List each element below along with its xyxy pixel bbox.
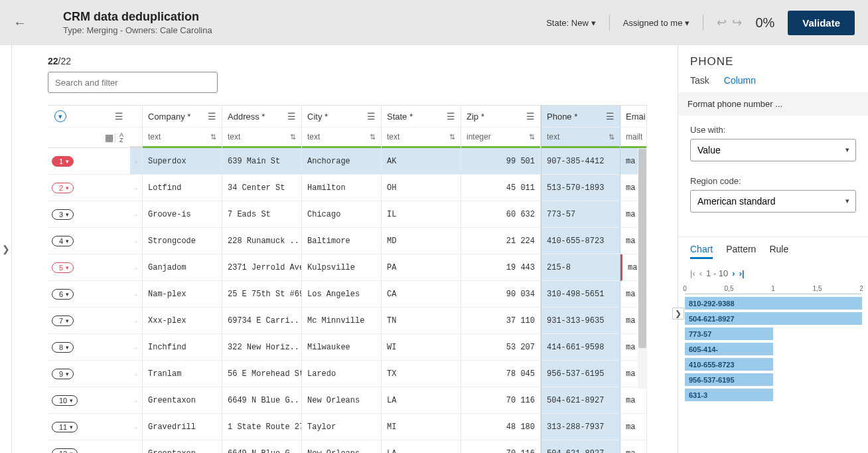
sort-icon[interactable]: ⇅ bbox=[609, 133, 615, 141]
cell-phone[interactable]: 504-621-8927 bbox=[542, 387, 620, 414]
cell-address[interactable]: 322 New Horiz... bbox=[222, 334, 301, 361]
sort-icon[interactable]: ⇅ bbox=[449, 133, 455, 141]
cell-company[interactable]: Groove-is bbox=[143, 201, 222, 228]
grid-icon[interactable]: ▦ bbox=[105, 132, 113, 143]
column-header[interactable]: State *☰text⇅ bbox=[382, 105, 461, 148]
redo-button[interactable]: ↪ bbox=[732, 15, 742, 30]
pager-last[interactable]: ›| bbox=[739, 268, 745, 278]
cell-city[interactable]: Anchorage bbox=[302, 148, 381, 175]
sort-icon[interactable]: ⇅ bbox=[529, 133, 535, 141]
cell-company[interactable]: Inchfind bbox=[143, 334, 222, 361]
cell-address[interactable]: 7 Eads St bbox=[222, 201, 301, 228]
cell-state[interactable]: TX bbox=[382, 361, 461, 387]
cell-company[interactable]: Xxx-plex bbox=[143, 308, 222, 334]
cell-address[interactable]: 69734 E Carri... bbox=[222, 308, 301, 334]
cell-zip[interactable]: 21 224 bbox=[461, 228, 540, 254]
column-menu-icon[interactable]: ☰ bbox=[447, 111, 455, 122]
column-menu-icon[interactable]: ☰ bbox=[606, 111, 615, 122]
row-group-pill[interactable]: 3 ▾ bbox=[52, 209, 74, 220]
chart-bar[interactable]: 773-57 bbox=[685, 327, 773, 340]
column-header[interactable]: Address *☰text⇅ bbox=[222, 105, 301, 148]
cell-city[interactable]: Hamilton bbox=[302, 175, 381, 201]
row-group-pill[interactable]: 4 ▾ bbox=[52, 236, 74, 246]
chart-bar[interactable]: 410-655-8723 bbox=[685, 358, 773, 371]
cell-city[interactable]: Mc Minnville bbox=[302, 308, 381, 334]
tab-chart[interactable]: Chart bbox=[690, 244, 713, 259]
back-button[interactable]: ← bbox=[13, 15, 27, 31]
cell-state[interactable]: WI bbox=[382, 334, 461, 361]
row-group-pill[interactable]: 8 ▾ bbox=[52, 342, 74, 353]
cell-zip[interactable]: 53 207 bbox=[461, 334, 540, 361]
tab-rule[interactable]: Rule bbox=[769, 244, 788, 259]
search-input[interactable] bbox=[48, 72, 218, 93]
cell-phone[interactable]: 410-655-8723 bbox=[542, 228, 620, 254]
cell-state[interactable]: LA bbox=[382, 387, 461, 414]
cell-phone[interactable]: 931-313-9635 bbox=[542, 308, 620, 334]
cell-company[interactable]: Lotfind bbox=[143, 175, 222, 201]
column-header[interactable]: Company *☰text⇅ bbox=[143, 105, 222, 148]
assigned-dropdown[interactable]: Assigned to me ▾ bbox=[623, 18, 690, 28]
cell-email[interactable]: ma bbox=[620, 414, 646, 440]
cell-email[interactable]: ma bbox=[620, 387, 646, 414]
row-group-pill[interactable]: 1 ▾ bbox=[52, 156, 74, 167]
cell-city[interactable]: Los Angeles bbox=[302, 281, 381, 308]
cell-company[interactable]: Ganjadom bbox=[143, 254, 222, 281]
tab-column[interactable]: Column bbox=[724, 75, 756, 86]
use-with-select[interactable]: Value bbox=[690, 139, 856, 161]
sort-icon[interactable]: ⇅ bbox=[210, 133, 216, 141]
pager-prev[interactable]: ‹ bbox=[699, 268, 702, 278]
cell-phone[interactable]: 313-288-7937 bbox=[542, 414, 620, 440]
cell-city[interactable]: Taylor bbox=[302, 414, 381, 440]
cell-city[interactable]: Kulpsville bbox=[302, 254, 381, 281]
cell-address[interactable]: 1 State Route 27 bbox=[222, 414, 301, 440]
cell-state[interactable]: AK bbox=[382, 148, 461, 175]
cell-address[interactable]: 6649 N Blue G... bbox=[222, 440, 301, 453]
cell-address[interactable]: 25 E 75th St #69 bbox=[222, 281, 301, 308]
cell-state[interactable]: CA bbox=[382, 281, 461, 308]
row-group-pill[interactable]: 12 ▾ bbox=[52, 448, 78, 454]
cell-address[interactable]: 56 E Morehead St bbox=[222, 361, 301, 387]
cell-zip[interactable]: 48 180 bbox=[461, 414, 540, 440]
column-header[interactable]: Zip *☰integer⇅ bbox=[461, 105, 540, 148]
pager-next[interactable]: › bbox=[732, 268, 735, 278]
column-menu-icon[interactable]: ☰ bbox=[208, 111, 216, 122]
cell-address[interactable]: 6649 N Blue G... bbox=[222, 387, 301, 414]
column-header[interactable]: Emaimailt bbox=[620, 105, 646, 148]
column-header[interactable]: City *☰text⇅ bbox=[302, 105, 381, 148]
cell-zip[interactable]: 60 632 bbox=[461, 201, 540, 228]
expand-right-panel[interactable]: ❯ bbox=[672, 308, 684, 319]
cell-zip[interactable]: 99 501 bbox=[461, 148, 540, 175]
cell-city[interactable]: New Orleans bbox=[302, 440, 381, 453]
cell-company[interactable]: Greentaxon bbox=[143, 440, 222, 453]
cell-phone[interactable]: 504-621-8927 bbox=[542, 440, 620, 453]
cell-company[interactable]: Strongcode bbox=[143, 228, 222, 254]
validate-button[interactable]: Validate bbox=[788, 11, 855, 35]
cell-state[interactable]: TN bbox=[382, 308, 461, 334]
cell-state[interactable]: LA bbox=[382, 440, 461, 453]
menu-icon[interactable]: ☰ bbox=[115, 111, 123, 122]
pager-first[interactable]: |‹ bbox=[690, 268, 695, 278]
cell-email[interactable]: ma bbox=[620, 440, 646, 453]
tab-pattern[interactable]: Pattern bbox=[726, 244, 756, 259]
cell-phone[interactable]: 956-537-6195 bbox=[542, 361, 620, 387]
cell-zip[interactable]: 78 045 bbox=[461, 361, 540, 387]
chart-bar[interactable]: 631-3 bbox=[685, 389, 773, 401]
cell-state[interactable]: MI bbox=[382, 414, 461, 440]
cell-address[interactable]: 639 Main St bbox=[222, 148, 301, 175]
sort-az-icon[interactable]: AZ bbox=[115, 132, 123, 143]
row-group-pill[interactable]: 10 ▾ bbox=[52, 395, 78, 406]
cell-phone[interactable]: 215-8 bbox=[542, 254, 620, 281]
chart-bar[interactable]: 810-292-9388 bbox=[685, 297, 862, 310]
cell-phone[interactable]: 513-570-1893 bbox=[542, 175, 620, 201]
cell-phone[interactable]: 907-385-4412 bbox=[542, 148, 620, 175]
cell-phone[interactable]: 310-498-5651 bbox=[542, 281, 620, 308]
cell-address[interactable]: 228 Runamuck ... bbox=[222, 228, 301, 254]
cell-phone[interactable]: 414-661-9598 bbox=[542, 334, 620, 361]
cell-city[interactable]: Chicago bbox=[302, 201, 381, 228]
cell-zip[interactable]: 70 116 bbox=[461, 387, 540, 414]
cell-address[interactable]: 2371 Jerrold Ave bbox=[222, 254, 301, 281]
cell-zip[interactable]: 90 034 bbox=[461, 281, 540, 308]
row-group-pill[interactable]: 7 ▾ bbox=[52, 316, 74, 326]
cell-company[interactable]: Tranlam bbox=[143, 361, 222, 387]
chart-bar[interactable]: 504-621-8927 bbox=[685, 312, 862, 325]
